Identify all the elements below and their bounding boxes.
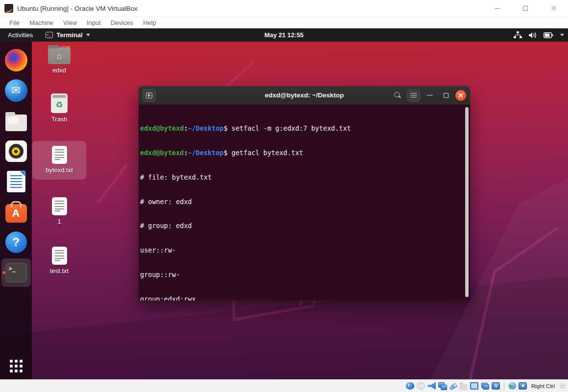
window-controls <box>483 0 568 17</box>
activities-button[interactable]: Activities <box>0 28 41 42</box>
terminal-scrollbar[interactable] <box>465 107 469 297</box>
terminal-header[interactable]: edxd@bytexd: ~/Desktop <box>139 86 470 105</box>
vbox-statusbar: Right Ctrl <box>0 379 568 392</box>
maximize-icon <box>444 93 449 98</box>
new-tab-button[interactable] <box>142 89 156 102</box>
terminal-body[interactable]: edxd@bytexd:~/Desktop$setfacl -m g:edxd:… <box>139 105 470 300</box>
libreoffice-writer-icon <box>7 171 25 192</box>
keyboard-icon[interactable] <box>519 382 527 390</box>
virtualbox-app-icon <box>4 4 13 13</box>
dock-item-rhythmbox[interactable] <box>1 137 31 165</box>
network-icon <box>514 31 522 39</box>
gnome-topbar: Activities Terminal May 21 12:55 <box>0 28 568 42</box>
maximize-icon <box>523 6 528 11</box>
dock-item-terminal[interactable] <box>1 258 31 287</box>
new-tab-icon <box>146 92 152 98</box>
resize-grip[interactable] <box>560 384 565 389</box>
terminal-line: # group: edxd <box>140 222 463 230</box>
shared-folders-icon[interactable] <box>459 384 468 390</box>
audio-icon[interactable] <box>427 382 436 390</box>
dock-item-help[interactable] <box>1 228 31 256</box>
vm-screen: Activities Terminal May 21 12:55 <box>0 28 568 379</box>
dock-item-thunderbird[interactable]: ✉ <box>1 76 31 105</box>
minimize-button[interactable] <box>483 0 511 17</box>
terminal-line: group::rw- <box>140 271 463 279</box>
dock-item-firefox[interactable] <box>1 46 31 74</box>
menu-view[interactable]: View <box>59 18 81 27</box>
mouse-integration-icon[interactable] <box>508 382 516 390</box>
show-applications-button[interactable] <box>10 360 23 372</box>
command-text: getfacl bytexd.txt <box>228 149 303 157</box>
desktop-icon-home[interactable]: ⌂ edxd <box>32 46 86 74</box>
terminal-icon <box>46 32 53 38</box>
minimize-icon <box>427 95 433 95</box>
terminal-line: edxd@bytexd:~/Desktop$getfacl bytexd.txt <box>140 149 463 157</box>
text-file-icon <box>52 247 67 265</box>
desktop-icon-1[interactable]: 1 <box>32 197 86 225</box>
dock-item-ubuntu-software[interactable] <box>1 198 31 226</box>
optical-disc-icon[interactable] <box>417 382 425 390</box>
desktop-icon-label: 1 <box>57 218 61 225</box>
menu-input[interactable]: Input <box>82 18 105 27</box>
terminal-menu-button[interactable] <box>407 89 420 102</box>
dock: ✉ <box>0 42 32 379</box>
dock-item-files[interactable] <box>1 107 31 135</box>
desktop-icon-test-txt[interactable]: test.txt <box>32 247 86 275</box>
app-menu-label: Terminal <box>56 31 82 39</box>
text-file-icon <box>52 197 67 215</box>
app-menu-terminal[interactable]: Terminal <box>41 28 95 42</box>
hard-disk-icon[interactable] <box>406 382 414 390</box>
terminal-window: edxd@bytexd: ~/Desktop edxd@bytexd:~/Des… <box>139 86 470 300</box>
desktop: ✉ ⌂ edxd ♻ Trash <box>0 42 568 379</box>
text-file-icon <box>52 146 67 164</box>
terminal-search-button[interactable] <box>391 89 404 102</box>
close-button[interactable] <box>540 0 568 17</box>
desktop-icon-label: bytexd.txt <box>46 166 73 174</box>
menu-help[interactable]: Help <box>139 18 161 27</box>
hamburger-menu-icon <box>410 93 417 98</box>
dock-item-libreoffice-writer[interactable] <box>1 167 31 196</box>
host-key-label: Right Ctrl <box>529 383 557 389</box>
volume-icon <box>529 32 537 39</box>
thunderbird-icon: ✉ <box>5 79 27 102</box>
titlebar-left: Ubuntu [Running] - Oracle VM VirtualBox <box>0 4 483 13</box>
firefox-icon <box>5 49 27 71</box>
menu-devices[interactable]: Devices <box>106 18 138 27</box>
ubuntu-software-icon <box>5 204 27 223</box>
menu-file[interactable]: File <box>5 18 24 27</box>
command-text: setfacl -m g:edxd:7 bytexd.txt <box>228 124 351 132</box>
display-icon[interactable] <box>470 382 478 390</box>
desktop-icon-bytexd-txt[interactable]: bytexd.txt <box>32 141 86 180</box>
battery-icon <box>544 32 553 38</box>
files-icon <box>5 115 27 131</box>
help-icon <box>5 231 27 253</box>
rhythmbox-icon <box>5 140 27 162</box>
terminal-close-button[interactable] <box>455 90 466 101</box>
terminal-line: group:edxd:rwx <box>140 295 463 300</box>
close-icon <box>458 93 463 98</box>
desktop-icon-trash[interactable]: ♻ Trash <box>32 93 86 123</box>
minimize-icon <box>495 8 500 9</box>
terminal-line: # file: bytexd.txt <box>140 173 463 182</box>
chevron-down-icon <box>560 34 564 36</box>
terminal-line: # owner: edxd <box>140 198 463 206</box>
usb-icon[interactable] <box>449 383 457 391</box>
terminal-minimize-button[interactable] <box>423 89 436 102</box>
terminal-line: user::rw- <box>140 246 463 254</box>
terminal-maximize-button[interactable] <box>439 89 452 102</box>
titlebar: Ubuntu [Running] - Oracle VM VirtualBox <box>0 0 568 17</box>
network-adapter-icon[interactable] <box>438 382 447 390</box>
virtualbox-window: Ubuntu [Running] - Oracle VM VirtualBox … <box>0 0 568 392</box>
statusbar-separator <box>504 382 504 390</box>
close-icon <box>551 5 557 11</box>
desktop-icon-label: Trash <box>51 115 68 123</box>
desktop-icon-label: edxd <box>52 67 66 74</box>
desktop-icon-label: test.txt <box>50 267 69 275</box>
chevron-down-icon <box>86 34 90 36</box>
menu-machine[interactable]: Machine <box>25 18 58 27</box>
maximize-button[interactable] <box>511 0 540 17</box>
features-icon[interactable] <box>492 382 500 390</box>
menubar: File Machine View Input Devices Help <box>0 17 568 28</box>
recording-icon[interactable] <box>481 382 489 390</box>
system-tray[interactable] <box>514 31 568 39</box>
